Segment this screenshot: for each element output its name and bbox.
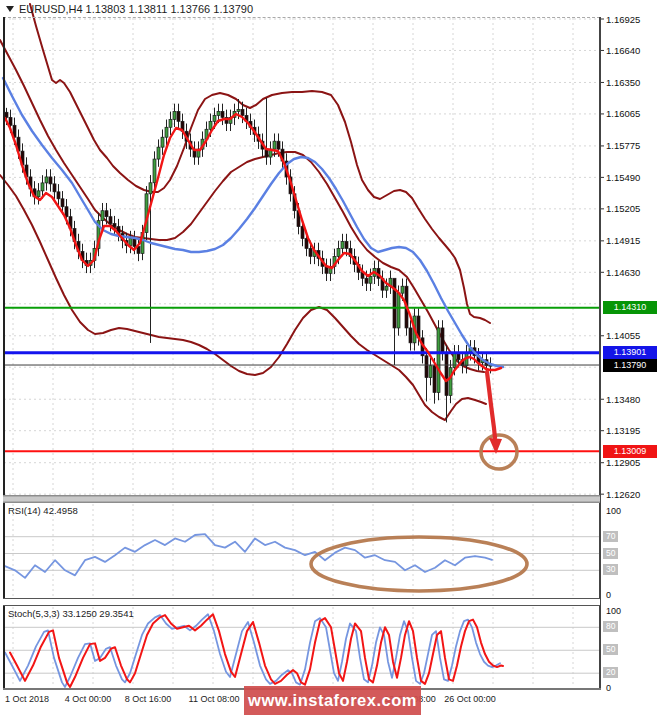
plot-top-border	[3, 17, 600, 18]
instaforex-watermark: www.instaforex.com	[244, 686, 421, 715]
time-axis-label: 8 Oct 16:00	[125, 694, 172, 704]
candle-bearish	[177, 111, 180, 121]
candle-bullish	[165, 127, 168, 137]
candle-bullish	[337, 248, 340, 256]
price-tick-label: 1.15775	[606, 140, 640, 151]
candle-bullish	[161, 137, 164, 147]
price-tick-label: 1.16640	[606, 45, 640, 56]
price-tick-label: 1.16925	[606, 14, 640, 25]
candle-bullish	[41, 183, 44, 191]
candle-bullish	[173, 111, 176, 119]
rsi-level-label: 0	[606, 590, 611, 600]
candle-bearish	[65, 207, 68, 217]
stoch-level-badge: 50	[603, 644, 618, 655]
trading-chart-window: EURUSD,H4 1.13803 1.13811 1.13766 1.1379…	[0, 0, 665, 718]
candle-bullish	[153, 159, 156, 183]
candle-bearish	[345, 242, 348, 249]
candle-bearish	[425, 356, 428, 378]
candle-bearish	[133, 239, 136, 247]
candle-bullish	[209, 121, 212, 129]
candle-bullish	[37, 191, 40, 197]
price-level-badge: 1.13009	[603, 445, 657, 458]
candle-bullish	[169, 119, 172, 127]
candle-bearish	[5, 112, 8, 117]
chart-title-bar: EURUSD,H4 1.13803 1.13811 1.13766 1.1379…	[6, 3, 253, 15]
stoch-indicator-label: Stoch(5,3,3) 33.1250 29.3541	[8, 608, 134, 619]
time-axis-label: 4 Oct 00:00	[65, 694, 112, 704]
time-axis-label: 11 Oct 08:00	[189, 694, 240, 704]
price-tick-label: 1.16065	[606, 108, 640, 119]
price-tick-label: 1.14630	[606, 267, 640, 278]
candle-bearish	[305, 239, 308, 249]
rsi-line	[5, 534, 492, 578]
price-tick-label: 1.14915	[606, 235, 640, 246]
chart-title: EURUSD,H4 1.13803 1.13811 1.13766 1.1379…	[19, 3, 253, 15]
rsi-level-badge: 50	[603, 548, 618, 559]
panel-separator-stoch[interactable]	[3, 598, 600, 606]
candle-bullish	[157, 147, 160, 159]
price-tick-label: 1.12620	[606, 489, 640, 500]
candle-bullish	[237, 109, 240, 111]
stoch-level-badge: 80	[603, 621, 618, 632]
candle-bullish	[45, 177, 48, 183]
candle-bearish	[49, 177, 52, 184]
candle-bearish	[241, 109, 244, 115]
price-tick-label: 1.15490	[606, 172, 640, 183]
stoch-level-label: 0	[606, 683, 611, 693]
price-tick-label: 1.12905	[606, 457, 640, 468]
candle-bearish	[113, 224, 116, 227]
bollinger-upper-band	[30, 4, 490, 323]
candle-bullish	[429, 366, 432, 378]
price-tick-label: 1.15205	[606, 203, 640, 214]
candle-bullish	[437, 328, 440, 393]
candle-bullish	[101, 211, 104, 221]
collapse-indicator-icon[interactable]	[6, 6, 14, 12]
candle-bearish	[433, 366, 436, 393]
candle-bearish	[53, 184, 56, 192]
price-tick-label: 1.13480	[606, 394, 640, 405]
candle-bullish	[273, 141, 276, 149]
rsi-level-badge: 30	[603, 564, 618, 575]
candle-bullish	[401, 286, 404, 293]
candle-bearish	[9, 117, 12, 125]
forecast-arrow	[487, 372, 495, 438]
candle-bearish	[221, 111, 224, 117]
time-axis-label: 26 Oct 00:00	[444, 694, 496, 704]
price-level-badge: 1.13901	[603, 346, 657, 359]
plot-left-border	[3, 17, 5, 690]
candle-bearish	[309, 248, 312, 256]
time-axis-label: 1 Oct 2018	[5, 694, 49, 704]
candle-bearish	[365, 278, 368, 283]
price-level-badge: 1.14310	[603, 301, 657, 314]
candle-bullish	[369, 276, 372, 283]
rsi-indicator-label: RSI(14) 42.4958	[8, 505, 78, 516]
price-level-badge: 1.13790	[603, 359, 657, 372]
candle-bullish	[397, 293, 400, 328]
candle-bearish	[109, 217, 112, 224]
panel-separator-rsi[interactable]	[3, 495, 600, 503]
plot-right-border	[599, 17, 601, 690]
price-tick-label: 1.13195	[606, 425, 640, 436]
candle-bearish	[277, 141, 280, 149]
candle-bearish	[409, 328, 412, 343]
candle-bullish	[385, 286, 388, 290]
candle-bullish	[149, 183, 152, 194]
stoch-level-badge: 20	[603, 667, 618, 678]
price-tick-label: 1.16350	[606, 77, 640, 88]
candle-bullish	[213, 115, 216, 121]
candle-bullish	[217, 111, 220, 115]
analyst-ellipse-annotation	[311, 537, 527, 591]
candle-bearish	[57, 192, 60, 199]
candle-bullish	[341, 242, 344, 249]
candle-bullish	[129, 239, 132, 246]
candle-bullish	[449, 368, 452, 396]
price-tick-label: 1.14055	[606, 330, 640, 341]
candle-bearish	[441, 328, 444, 353]
candle-bearish	[393, 278, 396, 328]
candle-bearish	[105, 211, 108, 217]
candle-bearish	[61, 199, 64, 207]
rsi-level-label: 100	[606, 506, 621, 516]
candle-bearish	[445, 353, 448, 396]
stoch-level-label: 100	[606, 606, 621, 616]
rsi-level-badge: 70	[603, 531, 618, 542]
